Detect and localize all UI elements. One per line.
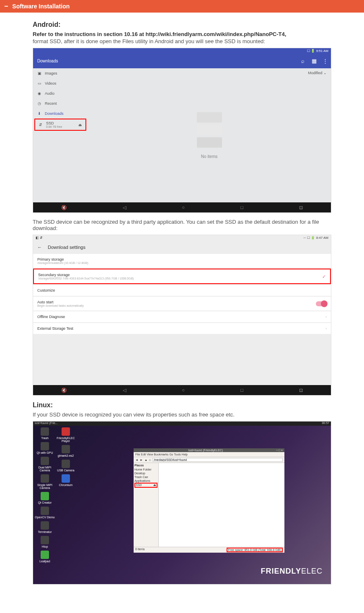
eject-icon[interactable]: ⏏ (153, 484, 156, 487)
nav-up-icon[interactable]: ▲ (145, 458, 147, 461)
sort-modified[interactable]: Modified ⌄ (308, 71, 327, 75)
app-bar: Downloads ⌕ ▦ ⋮ (33, 54, 331, 68)
sidebar-item-ssd[interactable]: ⇵SSD0.86 TB free ⏏ (34, 119, 86, 131)
download-icon: ⬇ (37, 111, 41, 116)
chevron-right-icon: › (325, 315, 327, 319)
desktop-icon-chromium[interactable]: Chromium (56, 474, 76, 486)
taskbar-item[interactable]: lost+found (Frie... (35, 422, 58, 426)
nav-bar: 🔇 ◁ ○ □ ⊡ (33, 202, 331, 212)
chevron-down-icon: ⌄ (323, 71, 327, 75)
grid-icon[interactable]: ▦ (312, 58, 316, 64)
desktop-icon-qtcreator[interactable]: Qt Creator (35, 492, 55, 504)
places-label: Places (134, 464, 157, 467)
nav-fwd-icon[interactable]: ► (140, 458, 143, 461)
back-icon[interactable]: ← (37, 245, 42, 250)
screenshot-icon[interactable]: ⊡ (299, 388, 303, 393)
brand-watermark: FRIENDLYELEC (261, 567, 323, 576)
vol-icon[interactable]: 🔇 (61, 388, 67, 393)
home-icon[interactable]: ○ (182, 205, 185, 210)
desktop-icon-glmark[interactable]: glmark2-es2 (56, 445, 76, 457)
place-home[interactable]: Home Folder (134, 468, 157, 471)
desktop-icon-leafpad[interactable]: Leafpad (35, 551, 55, 563)
search-icon[interactable]: ⌕ (301, 58, 305, 64)
vol-icon[interactable]: 🔇 (61, 205, 67, 210)
android-heading: Android: (33, 21, 331, 28)
chevron-right-icon: › (325, 326, 327, 331)
home-icon[interactable]: ○ (182, 388, 185, 393)
place-trash[interactable]: Trash Can (134, 475, 157, 479)
android-instructions-1: Refer to the instructions in section 10.… (33, 31, 331, 37)
row-external-storage-test[interactable]: External Storage Test› (33, 323, 331, 334)
sidebar-item-images[interactable]: ▣Images (33, 68, 88, 78)
linux-heading: Linux: (33, 401, 331, 409)
android-files-screenshot: ☐ 🔋 9:51 AM Downloads ⌕ ▦ ⋮ ▣Images ▭Vid… (33, 48, 331, 213)
row-customize[interactable]: Customize (33, 285, 331, 296)
file-list-area: Modified ⌄ No items (88, 68, 331, 202)
window-titlebar[interactable]: lost+found (FriendlyELEC)− □ × (134, 448, 284, 452)
place-desktop[interactable]: Desktop (134, 471, 157, 475)
desktop-icon-singlecam[interactable]: Single MIPI Camera (35, 474, 55, 489)
places-sidebar: Places Home Folder Desktop Trash Can App… (134, 463, 159, 547)
recent-icon[interactable]: □ (240, 205, 243, 210)
desktop-icons: Trash Qt with GPU Dual MIPI Camera Singl… (35, 427, 76, 565)
file-area (159, 463, 284, 547)
path-input[interactable] (152, 458, 283, 462)
row-primary-storage[interactable]: Primary storage /storage/emulated/0 (10.… (33, 254, 331, 268)
window-statusbar: 0 items Free space: 851.0 GiB (Total: 93… (134, 547, 284, 553)
status-items: 0 items (135, 548, 145, 552)
check-icon: ✓ (322, 274, 326, 279)
place-apps[interactable]: Applications (134, 479, 157, 483)
screenshot-icon[interactable]: ⊡ (299, 205, 303, 210)
desktop-icon-htop[interactable]: Htop (35, 536, 55, 548)
section-header[interactable]: − Software Installation (0, 0, 364, 13)
android-after-1: The SSD device can be recognized by a th… (33, 219, 331, 231)
app-bar-title: Downloads (37, 59, 58, 63)
window-buttons[interactable]: − □ × (276, 449, 283, 452)
desktop-icon-trash[interactable]: Trash (35, 427, 55, 440)
back-icon[interactable]: ◁ (123, 205, 126, 210)
desktop-icon-dualcam[interactable]: Dual MIPI Camera (35, 457, 55, 472)
row-secondary-storage[interactable]: Secondary storage /storage/6042f552-7dfb… (33, 269, 331, 284)
desktop-icon-player[interactable]: FriendlyELEC Player (56, 427, 76, 442)
window-menu[interactable]: File Edit View Bookmarks Go Tools Help (134, 452, 284, 457)
content: Android: Refer to the instructions in se… (0, 13, 364, 595)
status-time: 9:51 AM (316, 49, 328, 53)
recent-icon[interactable]: □ (240, 388, 243, 393)
more-icon[interactable]: ⋮ (323, 58, 327, 64)
sidebar-item-recent[interactable]: ◷Recent (33, 98, 88, 109)
settings-title: Download settings (48, 245, 85, 250)
window-toolbar: ◄►▲⌂ (134, 457, 284, 463)
desktop-icon-usbcam[interactable]: USB Camera (56, 460, 76, 472)
empty-state: No items (195, 112, 224, 159)
home-icon[interactable]: ⌂ (149, 458, 151, 461)
sidebar-item-videos[interactable]: ▭Videos (33, 78, 88, 88)
file-manager-window[interactable]: lost+found (FriendlyELEC)− □ × File Edit… (134, 448, 284, 553)
autostart-toggle[interactable] (316, 301, 327, 306)
section-title: Software Installation (12, 3, 70, 10)
back-icon[interactable]: ◁ (123, 388, 126, 393)
android-instructions-2: format SSD, after it is done open the Fi… (33, 38, 331, 44)
linux-instructions-1: If your SSD device is recognized you can… (33, 411, 331, 418)
settings-header: ← Download settings (33, 241, 331, 254)
empty-text: No items (195, 154, 224, 159)
taskbar-clock: 06:57 (322, 422, 329, 426)
nav-bar: 🔇 ◁ ○ □ ⊡ (33, 385, 331, 395)
status-bar: ☐ 🔋 9:51 AM (33, 48, 331, 54)
audio-icon: ◉ (37, 91, 41, 96)
collapse-icon[interactable]: − (4, 3, 8, 10)
recent-icon: ◷ (37, 101, 41, 106)
row-offline-diagnose[interactable]: Offline Diagnose› (33, 311, 331, 322)
desktop-icon-opencv[interactable]: OpenCV Demo (35, 507, 55, 519)
desktop-icon-terminator[interactable]: Terminator (35, 521, 55, 533)
sidebar-item-downloads[interactable]: ⬇Downloads (33, 109, 88, 119)
row-autostart[interactable]: Auto start Begin download tasks automati… (33, 297, 331, 310)
place-ssd[interactable]: SSD⏏ (134, 483, 157, 488)
sidebar: ▣Images ▭Videos ◉Audio ◷Recent ⬇Download… (33, 68, 88, 202)
nav-back-icon[interactable]: ◄ (135, 458, 138, 461)
sidebar-item-audio[interactable]: ◉Audio (33, 88, 88, 98)
cabinet-icon (195, 112, 224, 150)
status-freespace: Free space: 851.0 GiB (Total: 938.8 GiB) (227, 548, 283, 552)
desktop-icon-qt[interactable]: Qt with GPU (35, 442, 55, 454)
download-settings-screenshot: ◧ ⇵↔ ☐ 🔋 8:47 AM ← Download settings Pri… (33, 235, 331, 396)
eject-icon[interactable]: ⏏ (78, 123, 82, 127)
